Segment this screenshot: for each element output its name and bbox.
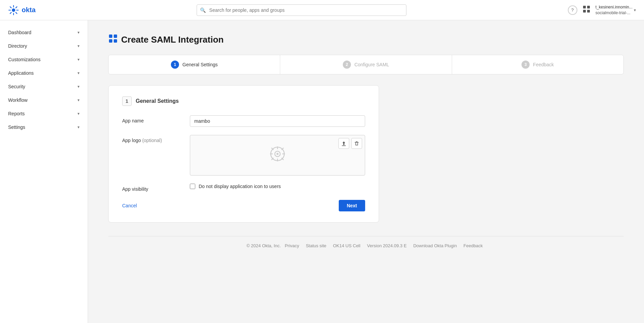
- app-visibility-label: App visibility: [122, 184, 190, 192]
- svg-line-5: [10, 6, 12, 8]
- footer-status[interactable]: Status site: [306, 243, 327, 248]
- cancel-button[interactable]: Cancel: [122, 200, 137, 211]
- svg-rect-14: [114, 34, 117, 38]
- app-name-control: [190, 115, 365, 127]
- logo-placeholder-icon: [269, 146, 286, 165]
- help-icon[interactable]: ?: [568, 5, 577, 15]
- app-visibility-row: App visibility Do not display applicatio…: [122, 184, 365, 192]
- search-bar: 🔍: [197, 4, 406, 16]
- sidebar-label-workflow: Workflow: [8, 97, 27, 103]
- sidebar-chevron-dashboard: ▾: [77, 30, 80, 35]
- svg-rect-11: [583, 10, 586, 13]
- user-menu[interactable]: t_kesineni.innomin... socialmobile-trial…: [596, 4, 636, 16]
- sidebar-chevron-customizations: ▾: [77, 57, 80, 62]
- sidebar-label-dashboard: Dashboard: [8, 30, 31, 35]
- svg-rect-16: [114, 39, 117, 43]
- sidebar-label-directory: Directory: [8, 43, 27, 49]
- sidebar-chevron-applications: ▾: [77, 71, 80, 75]
- sidebar-item-customizations[interactable]: Customizations ▾: [0, 53, 88, 66]
- footer-plugin[interactable]: Download Okta Plugin: [413, 243, 457, 248]
- svg-rect-17: [342, 145, 346, 146]
- sidebar-item-security[interactable]: Security ▾: [0, 80, 88, 93]
- visibility-checkbox-label[interactable]: Do not display application icon to users: [199, 184, 281, 189]
- sidebar: Dashboard ▾ Directory ▾ Customizations ▾…: [0, 20, 88, 323]
- step-label-1: General Settings: [182, 62, 218, 67]
- app-logo-optional: (optional): [142, 138, 162, 143]
- app-logo-label: App logo (optional): [122, 135, 190, 143]
- form-step-number: 1: [122, 96, 132, 106]
- layout: Dashboard ▾ Directory ▾ Customizations ▾…: [0, 20, 644, 323]
- svg-line-6: [16, 12, 17, 14]
- svg-rect-10: [587, 6, 590, 8]
- sidebar-label-applications: Applications: [8, 70, 34, 76]
- visibility-checkbox-row: Do not display application icon to users: [190, 184, 365, 189]
- footer-feedback[interactable]: Feedback: [464, 243, 483, 248]
- okta-wordmark: okta: [22, 6, 36, 14]
- footer-cell[interactable]: OK14 US Cell: [333, 243, 360, 248]
- sidebar-label-reports: Reports: [8, 111, 25, 116]
- step-label-2: Configure SAML: [354, 62, 389, 67]
- saml-icon: [108, 34, 118, 45]
- logo-upload-area[interactable]: [190, 135, 365, 176]
- nav-right: ? t_kesineni.innomin... socialmobile-tri…: [568, 4, 636, 16]
- logo-delete-button[interactable]: [351, 138, 362, 149]
- svg-line-8: [10, 12, 12, 14]
- svg-rect-15: [109, 39, 112, 43]
- page-title: Create SAML Integration: [108, 34, 624, 45]
- svg-point-0: [12, 8, 15, 12]
- search-icon: 🔍: [200, 7, 206, 13]
- sidebar-chevron-settings: ▾: [77, 125, 80, 130]
- sidebar-item-applications[interactable]: Applications ▾: [0, 66, 88, 80]
- logo-upload-actions: [338, 138, 362, 149]
- step-badge-1: 1: [171, 61, 179, 69]
- svg-rect-18: [355, 142, 359, 143]
- grid-icon[interactable]: [583, 5, 590, 15]
- top-nav: okta 🔍 ? t_kesineni.innomin... socialmob…: [0, 0, 644, 20]
- sidebar-label-customizations: Customizations: [8, 57, 41, 62]
- svg-point-21: [276, 153, 279, 155]
- logo-upload-button[interactable]: [338, 138, 349, 149]
- step-badge-3: 3: [521, 61, 530, 69]
- svg-rect-13: [109, 34, 112, 38]
- tab-feedback[interactable]: 3 Feedback: [452, 55, 623, 74]
- svg-line-7: [16, 6, 17, 8]
- footer: © 2024 Okta, Inc. Privacy Status site OK…: [108, 236, 624, 255]
- tab-general-settings[interactable]: 1 General Settings: [109, 55, 280, 74]
- search-input[interactable]: [197, 4, 406, 16]
- form-step-title: General Settings: [136, 98, 179, 104]
- sidebar-chevron-security: ▾: [77, 84, 80, 89]
- sidebar-chevron-workflow: ▾: [77, 98, 80, 102]
- step-badge-2: 2: [343, 61, 351, 69]
- svg-rect-12: [587, 10, 590, 13]
- sidebar-chevron-directory: ▾: [77, 44, 80, 48]
- okta-logo: okta: [8, 5, 36, 16]
- user-name-line1: t_kesineni.innomin...: [596, 4, 632, 10]
- form-actions: Cancel Next: [122, 200, 365, 211]
- tab-configure-saml[interactable]: 2 Configure SAML: [280, 55, 452, 74]
- form-card: 1 General Settings App name App logo (op…: [108, 85, 379, 223]
- main-content: Create SAML Integration 1 General Settin…: [88, 20, 644, 323]
- svg-rect-9: [583, 6, 586, 8]
- sidebar-chevron-reports: ▾: [77, 111, 80, 116]
- sidebar-item-settings[interactable]: Settings ▾: [0, 120, 88, 134]
- user-menu-chevron: ▾: [634, 8, 636, 13]
- sidebar-label-settings: Settings: [8, 124, 25, 130]
- footer-privacy[interactable]: Privacy: [285, 243, 299, 248]
- next-button[interactable]: Next: [339, 200, 365, 211]
- sidebar-item-directory[interactable]: Directory ▾: [0, 39, 88, 53]
- app-name-input[interactable]: [190, 115, 365, 127]
- sidebar-item-dashboard[interactable]: Dashboard ▾: [0, 26, 88, 39]
- user-name-line2: socialmobile-trial-...: [596, 10, 632, 16]
- footer-copyright: © 2024 Okta, Inc.: [246, 243, 281, 248]
- footer-version[interactable]: Version 2024.09.3 E: [367, 243, 407, 248]
- step-label-3: Feedback: [533, 62, 554, 67]
- visibility-checkbox[interactable]: [190, 184, 195, 189]
- sidebar-item-reports[interactable]: Reports ▾: [0, 107, 88, 120]
- okta-logo-icon: [8, 5, 19, 16]
- step-tabs: 1 General Settings 2 Configure SAML 3 Fe…: [108, 55, 624, 74]
- sidebar-item-workflow[interactable]: Workflow ▾: [0, 93, 88, 107]
- form-card-header: 1 General Settings: [122, 96, 365, 106]
- app-name-row: App name: [122, 115, 365, 127]
- app-logo-control: [190, 135, 365, 176]
- app-visibility-control: Do not display application icon to users: [190, 184, 365, 189]
